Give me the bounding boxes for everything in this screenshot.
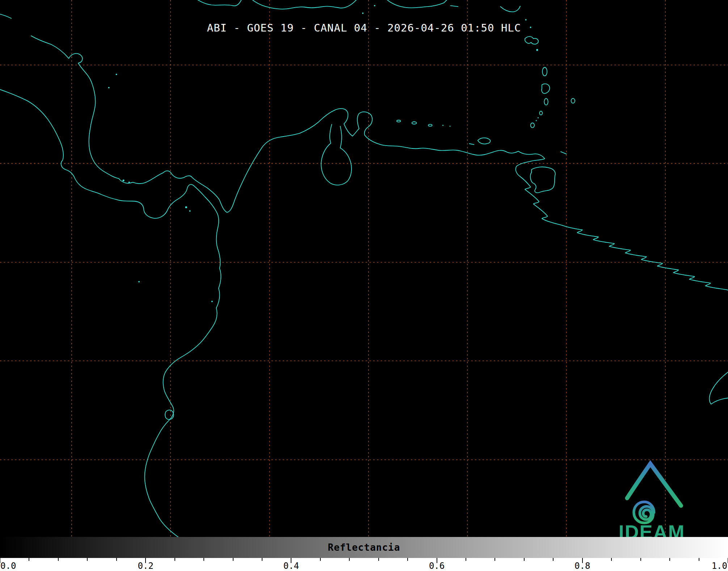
- image-title: ABI - GOES 19 - CANAL 04 - 2026-04-26 01…: [207, 22, 521, 34]
- coastline-bonaire: [428, 124, 432, 126]
- coastline-trinidad: [530, 167, 555, 193]
- coastline-virgin-islands: [500, 6, 520, 12]
- coastline-martinique: [542, 84, 550, 93]
- colorbar: Reflectancia 0.0 0.2 0.4 0.6 0.8 1.0: [0, 537, 728, 571]
- coastline-jamaica: [198, 0, 241, 6]
- coastline-st-lucia: [544, 98, 548, 105]
- satellite-image: ABI - GOES 19 - CANAL 04 - 2026-04-26 01…: [0, 0, 728, 571]
- coastline-lake-maracaibo: [321, 124, 352, 185]
- colorbar-label: Reflectancia: [328, 542, 400, 553]
- colorbar-tick-label: 0.4: [283, 561, 299, 571]
- logo-spiral: [634, 502, 654, 523]
- colorbar-tick-label: 0.0: [0, 561, 16, 571]
- coastline-margarita: [478, 138, 490, 144]
- ideam-logo: IDEAM: [611, 456, 693, 542]
- coastline-pacific: [0, 89, 221, 537]
- coastline-caribbean: [31, 36, 728, 290]
- coastline-hispaniola: [253, 0, 356, 9]
- colorbar-tick-label: 0.2: [138, 561, 153, 571]
- coastline-puna-island: [165, 410, 173, 419]
- ideam-logo-graphic: IDEAM: [611, 456, 693, 542]
- coastline-top-left: [0, 14, 11, 18]
- coastline-guadeloupe: [525, 37, 538, 44]
- coastline-vieques: [450, 6, 458, 7]
- coastline-curacao: [412, 122, 417, 124]
- map-area: ABI - GOES 19 - CANAL 04 - 2026-04-26 01…: [0, 0, 728, 537]
- coastline-right-edge: [710, 372, 728, 404]
- colorbar-gradient: Reflectancia: [0, 537, 728, 558]
- coastline-puerto-rico: [387, 0, 447, 8]
- coastline-coche: [469, 144, 474, 145]
- colorbar-axis: 0.0 0.2 0.4 0.6 0.8 1.0: [0, 558, 728, 571]
- colorbar-tick-label: 0.6: [429, 561, 445, 571]
- coastline-tobago: [561, 152, 567, 154]
- colorbar-tick-label: 1.0: [712, 561, 727, 571]
- coastline-dominica: [542, 67, 547, 76]
- logo-mountain: [627, 464, 681, 506]
- coastline-aruba: [397, 120, 400, 122]
- coastline-barbados: [571, 98, 575, 103]
- colorbar-tick-label: 0.8: [575, 561, 590, 571]
- coastline-st-vincent: [539, 111, 542, 115]
- coastline-grenada: [531, 123, 534, 128]
